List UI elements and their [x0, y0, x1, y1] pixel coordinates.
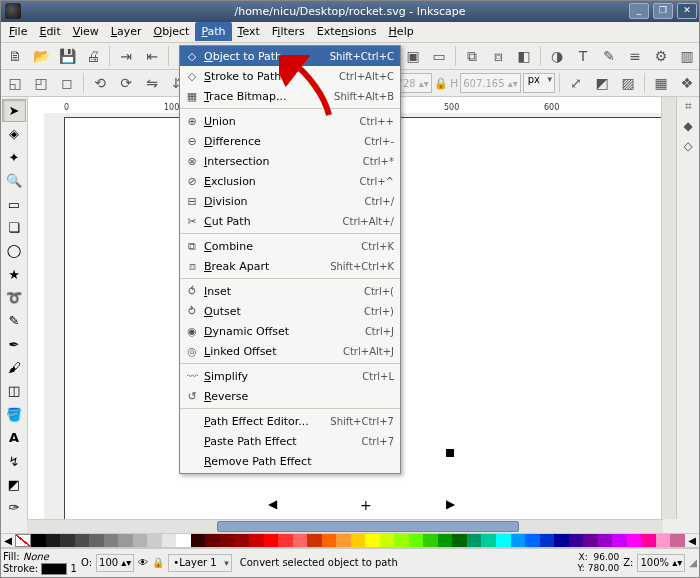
swatch[interactable]: [481, 534, 496, 547]
path-menu-item-linked-offset[interactable]: ◎Linked OffsetCtrl+Alt+J: [180, 341, 400, 361]
palette-scroll-left[interactable]: ◀: [1, 534, 15, 547]
docprops-button[interactable]: ▥: [675, 44, 699, 68]
path-menu-item-object-to-path[interactable]: ◇Object to PathShift+Ctrl+C: [180, 46, 400, 66]
open-button[interactable]: 📂: [29, 44, 53, 68]
swatch[interactable]: [351, 534, 366, 547]
swatch[interactable]: [89, 534, 104, 547]
path-menu-item-intersection[interactable]: ⊗IntersectionCtrl+*: [180, 151, 400, 171]
swatch[interactable]: [365, 534, 380, 547]
menu-layer[interactable]: Layer: [105, 22, 148, 41]
selector-tool[interactable]: ➤: [2, 99, 26, 121]
palette-menu[interactable]: ◀: [685, 534, 699, 547]
calligraphy-tool[interactable]: 🖌: [2, 356, 26, 378]
snap-button[interactable]: ❖: [675, 71, 699, 95]
swatch[interactable]: [540, 534, 555, 547]
swatch-none[interactable]: [15, 534, 31, 547]
swatch[interactable]: [423, 534, 438, 547]
new-doc-button[interactable]: 🗎: [3, 44, 27, 68]
menu-text[interactable]: Text: [232, 22, 266, 41]
swatch[interactable]: [438, 534, 453, 547]
window-close-button[interactable]: ✕: [677, 3, 697, 19]
path-menu-item-difference[interactable]: ⊖DifferenceCtrl+-: [180, 131, 400, 151]
menu-help[interactable]: Help: [383, 22, 420, 41]
swatch[interactable]: [293, 534, 308, 547]
path-menu-item-exclusion[interactable]: ⊘ExclusionCtrl+^: [180, 171, 400, 191]
path-menu-item-union[interactable]: ⊕UnionCtrl++: [180, 111, 400, 131]
swatch[interactable]: [220, 534, 235, 547]
swatch[interactable]: [205, 534, 220, 547]
menu-filters[interactable]: Filters: [266, 22, 311, 41]
menu-path[interactable]: Path: [195, 22, 231, 41]
layer-lock-icon[interactable]: 🔒: [152, 557, 164, 568]
paintbucket-tool[interactable]: 🪣: [2, 403, 26, 425]
swatch[interactable]: [336, 534, 351, 547]
path-menu-item-stroke-to-path[interactable]: ◇Stroke to PathCtrl+Alt+C: [180, 66, 400, 86]
path-menu-item-path-effect-editor[interactable]: Path Effect Editor...Shift+Ctrl+7: [180, 411, 400, 431]
menu-extensions[interactable]: Extensions: [311, 22, 383, 41]
text-tool[interactable]: A: [2, 426, 26, 448]
swatch[interactable]: [380, 534, 395, 547]
swatch[interactable]: [322, 534, 337, 547]
swatch[interactable]: [118, 534, 133, 547]
menu-object[interactable]: Object: [148, 22, 196, 41]
path-menu-item-paste-path-effect[interactable]: Paste Path EffectCtrl+7: [180, 431, 400, 451]
window-maximize-button[interactable]: ❐: [653, 3, 673, 19]
swatch[interactable]: [554, 534, 569, 547]
vertical-scrollbar[interactable]: [661, 97, 676, 518]
deselect-button[interactable]: ◻: [55, 71, 79, 95]
tweak-tool[interactable]: ✦: [2, 146, 26, 168]
fill-value[interactable]: None: [23, 551, 49, 562]
swatch[interactable]: [176, 534, 191, 547]
window-minimize-button[interactable]: _: [629, 3, 649, 19]
bezier-tool[interactable]: ✒: [2, 333, 26, 355]
unit-select[interactable]: px: [523, 73, 555, 93]
swatch[interactable]: [409, 534, 424, 547]
swatch[interactable]: [133, 534, 148, 547]
clone-button[interactable]: ⧈: [486, 44, 510, 68]
swatch[interactable]: [162, 534, 177, 547]
swatch[interactable]: [612, 534, 627, 547]
xml-editor-button[interactable]: ✎: [597, 44, 621, 68]
dropper-tool[interactable]: ✑: [2, 497, 26, 519]
swatch[interactable]: [147, 534, 162, 547]
path-menu-item-simplify[interactable]: 〰SimplifyCtrl+L: [180, 366, 400, 386]
affect-corners-button[interactable]: ◩: [590, 71, 614, 95]
select-all-button[interactable]: ◰: [29, 71, 53, 95]
lock-icon[interactable]: 🔒: [434, 77, 448, 90]
pencil-tool[interactable]: ✎: [2, 310, 26, 332]
save-button[interactable]: 💾: [55, 44, 79, 68]
swatch[interactable]: [234, 534, 249, 547]
zoom-drawing-button[interactable]: ▣: [401, 44, 425, 68]
snap-option-1[interactable]: ◆: [683, 119, 692, 133]
prefs-button[interactable]: ⚙: [649, 44, 673, 68]
duplicate-button[interactable]: ⧉: [460, 44, 484, 68]
layer-select[interactable]: •Layer 1: [168, 554, 231, 572]
resize-grip-icon[interactable]: ◢: [689, 557, 697, 568]
horizontal-scrollbar[interactable]: [27, 519, 663, 533]
swatch[interactable]: [278, 534, 293, 547]
height-input[interactable]: 607.165 ▴▾: [460, 73, 521, 93]
swatch[interactable]: [452, 534, 467, 547]
path-menu-item-division[interactable]: ⊟DivisionCtrl+/: [180, 191, 400, 211]
rect-tool[interactable]: ▭: [2, 193, 26, 215]
connector-tool[interactable]: ↯: [2, 450, 26, 472]
zoom-input[interactable]: 100% ▴▾: [637, 554, 685, 572]
path-menu-item-inset[interactable]: ⥀InsetCtrl+(: [180, 281, 400, 301]
3dbox-tool[interactable]: ❏: [2, 216, 26, 238]
rotate-ccw-button[interactable]: ⟲: [88, 71, 112, 95]
ellipse-tool[interactable]: ◯: [2, 240, 26, 262]
print-button[interactable]: 🖨: [81, 44, 105, 68]
path-menu-item-dynamic-offset[interactable]: ◉Dynamic OffsetCtrl+J: [180, 321, 400, 341]
affect-gradient-button[interactable]: ▨: [616, 71, 640, 95]
menu-view[interactable]: View: [67, 22, 105, 41]
layer-visibility-icon[interactable]: 👁: [138, 557, 148, 568]
path-menu-item-remove-path-effect[interactable]: Remove Path Effect: [180, 451, 400, 471]
swatch[interactable]: [264, 534, 279, 547]
swatch[interactable]: [569, 534, 584, 547]
path-menu-item-trace-bitmap[interactable]: ▦Trace Bitmap...Shift+Alt+B: [180, 86, 400, 106]
swatch[interactable]: [656, 534, 671, 547]
path-menu-item-reverse[interactable]: ↺Reverse: [180, 386, 400, 406]
affect-scale-button[interactable]: ⤢: [564, 71, 588, 95]
text-dialog-button[interactable]: T: [571, 44, 595, 68]
select-all-layers-button[interactable]: ◱: [3, 71, 27, 95]
